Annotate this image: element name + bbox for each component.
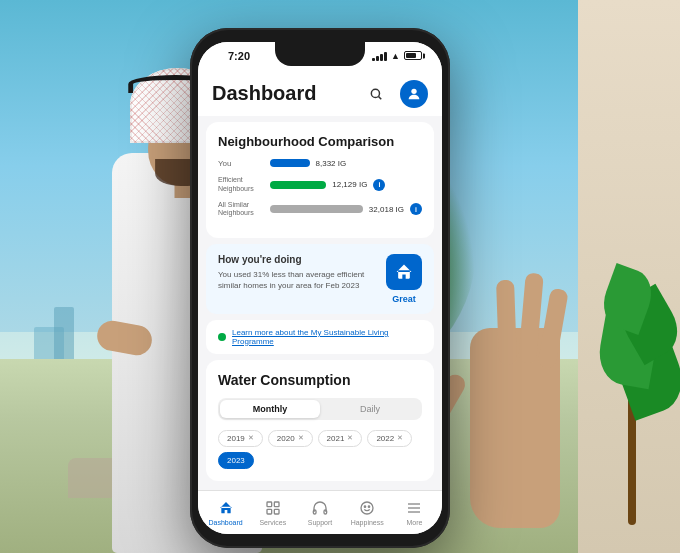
support-nav-label: Support — [308, 519, 333, 526]
water-consumption-title: Water Consumption — [218, 372, 422, 388]
menu-icon — [406, 500, 422, 516]
nav-happiness[interactable]: Happiness — [344, 499, 391, 526]
efficient-label: Efficient Neighbours — [218, 176, 270, 193]
water-consumption-section: Water Consumption Monthly Daily 2019 ✕ — [206, 360, 434, 481]
headset-icon — [312, 500, 328, 516]
doing-text: How you're doing You used 31% less than … — [218, 254, 378, 291]
green-link[interactable]: Learn more about the My Sustainable Livi… — [206, 320, 434, 354]
svg-point-10 — [365, 506, 366, 507]
svg-point-2 — [411, 88, 416, 93]
doing-description: You used 31% less than average efficient… — [218, 269, 378, 291]
you-bar — [270, 159, 310, 167]
svg-line-1 — [379, 96, 382, 99]
nav-more[interactable]: More — [391, 499, 438, 526]
svg-rect-8 — [324, 510, 327, 514]
doing-card: How you're doing You used 31% less than … — [206, 244, 434, 314]
svg-rect-3 — [267, 502, 272, 507]
house-icon — [394, 262, 414, 282]
more-nav-icon — [405, 499, 423, 517]
house-icon-container — [386, 254, 422, 290]
header-icons — [362, 80, 428, 108]
efficient-bar-container: 12,129 IG i — [270, 179, 422, 191]
phone-screen: 7:20 ▲ — [198, 42, 442, 534]
services-nav-label: Services — [259, 519, 286, 526]
neighbourhood-title: Neighbourhood Comparison — [218, 134, 422, 149]
neighbourhood-section: Neighbourhood Comparison You 8,332 IG Ef… — [206, 122, 434, 238]
svg-rect-7 — [313, 510, 316, 514]
user-avatar-button[interactable] — [400, 80, 428, 108]
you-label: You — [218, 159, 270, 169]
nav-support[interactable]: Support — [296, 499, 343, 526]
year-pill-2023[interactable]: 2023 — [218, 452, 254, 469]
svg-point-9 — [361, 502, 373, 514]
app-content[interactable]: Dashboard — [198, 70, 442, 490]
year-pill-2022[interactable]: 2022 ✕ — [367, 430, 412, 447]
page-title: Dashboard — [212, 82, 316, 105]
tab-monthly[interactable]: Monthly — [220, 400, 320, 418]
battery-icon — [404, 51, 422, 60]
dashboard-nav-icon — [217, 499, 235, 517]
phone-notch — [275, 42, 365, 66]
all-info-button[interactable]: i — [410, 203, 422, 215]
year-pill-2019[interactable]: 2019 ✕ — [218, 430, 263, 447]
year-pill-2021[interactable]: 2021 ✕ — [318, 430, 363, 447]
phone-device: 7:20 ▲ — [190, 28, 450, 548]
all-label: All Similar Neighbours — [218, 201, 270, 218]
doing-title: How you're doing — [218, 254, 378, 265]
home-icon — [218, 500, 234, 516]
svg-point-11 — [369, 506, 370, 507]
app-header: Dashboard — [198, 70, 442, 116]
sustainable-link[interactable]: Learn more about the My Sustainable Livi… — [232, 328, 422, 346]
year-pill-2020[interactable]: 2020 ✕ — [268, 430, 313, 447]
svg-rect-4 — [274, 502, 279, 507]
all-bar — [270, 205, 363, 213]
support-nav-icon — [311, 499, 329, 517]
year-filter[interactable]: 2019 ✕ 2020 ✕ 2021 ✕ 2022 — [218, 430, 422, 469]
remove-2019-button[interactable]: ✕ — [248, 434, 254, 442]
nav-dashboard[interactable]: Dashboard — [202, 499, 249, 526]
more-nav-label: More — [406, 519, 422, 526]
efficient-info-button[interactable]: i — [373, 179, 385, 191]
you-value: 8,332 IG — [316, 159, 347, 168]
remove-2020-button[interactable]: ✕ — [298, 434, 304, 442]
efficient-bar — [270, 181, 326, 189]
efficient-value: 12,129 IG — [332, 180, 367, 189]
svg-rect-5 — [267, 509, 272, 514]
plant-decoration — [600, 245, 680, 525]
period-toggle[interactable]: Monthly Daily — [218, 398, 422, 420]
services-nav-icon — [264, 499, 282, 517]
doing-badge: Great — [386, 254, 422, 304]
great-badge: Great — [392, 294, 416, 304]
search-button[interactable] — [362, 80, 390, 108]
grid-icon — [265, 500, 281, 516]
svg-rect-6 — [274, 509, 279, 514]
happiness-nav-icon — [358, 499, 376, 517]
wifi-icon: ▲ — [391, 51, 400, 61]
remove-2022-button[interactable]: ✕ — [397, 434, 403, 442]
smile-icon — [359, 500, 375, 516]
nav-services[interactable]: Services — [249, 499, 296, 526]
all-value: 32,018 IG — [369, 205, 404, 214]
signal-icon — [372, 51, 387, 61]
phone-container: 7:20 ▲ — [190, 28, 510, 553]
user-icon — [406, 86, 422, 102]
efficient-row: Efficient Neighbours 12,129 IG i — [218, 176, 422, 193]
bottom-navigation: Dashboard Services — [198, 490, 442, 534]
green-dot — [218, 333, 226, 341]
tab-daily[interactable]: Daily — [320, 400, 420, 418]
svg-point-0 — [371, 89, 379, 97]
you-bar-container: 8,332 IG — [270, 159, 422, 168]
happiness-nav-label: Happiness — [351, 519, 384, 526]
dashboard-nav-label: Dashboard — [208, 519, 242, 526]
search-icon — [369, 87, 383, 101]
status-icons: ▲ — [372, 51, 422, 61]
you-row: You 8,332 IG — [218, 159, 422, 169]
all-bar-container: 32,018 IG i — [270, 203, 422, 215]
status-time: 7:20 — [228, 50, 250, 62]
all-row: All Similar Neighbours 32,018 IG i — [218, 201, 422, 218]
remove-2021-button[interactable]: ✕ — [347, 434, 353, 442]
